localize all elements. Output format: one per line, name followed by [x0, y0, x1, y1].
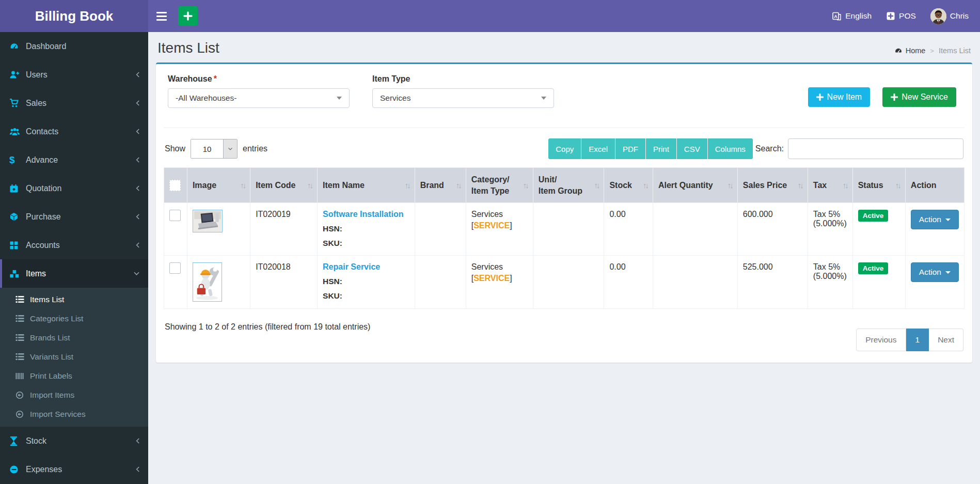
import-icon — [15, 391, 30, 399]
item-type-select[interactable]: Services — [372, 88, 554, 108]
copy-button[interactable]: Copy — [548, 138, 581, 159]
csv-button[interactable]: CSV — [677, 138, 708, 159]
chevron-left-icon — [135, 466, 140, 473]
item-image[interactable] — [193, 210, 223, 232]
sidebar-item-contacts[interactable]: Contacts — [0, 117, 148, 146]
sort-icon[interactable]: ↑↓ — [236, 181, 245, 190]
sidebar-toggle-button[interactable] — [148, 0, 175, 32]
sort-icon[interactable]: ↑↓ — [839, 181, 847, 190]
submenu-item-label: Brands List — [30, 333, 70, 342]
item-name-link[interactable]: Repair Service — [323, 262, 380, 271]
items-submenu: Items List Categories List Brands List V… — [0, 288, 148, 427]
column-header-tax[interactable]: Tax↑↓ — [808, 168, 852, 203]
warehouse-select-value: -All Warehouses- — [176, 93, 236, 103]
sort-icon[interactable]: ↑↓ — [794, 181, 802, 190]
sort-icon[interactable]: ↑↓ — [590, 181, 598, 190]
sort-icon[interactable]: ↑↓ — [303, 181, 312, 190]
avatar — [930, 8, 946, 24]
chevron-left-icon — [135, 438, 140, 444]
row-checkbox[interactable] — [169, 210, 181, 221]
sort-icon[interactable]: ↑↓ — [891, 181, 900, 190]
sidebar-item-accounts[interactable]: Accounts — [0, 231, 148, 259]
warehouse-label: Warehouse* — [168, 74, 350, 84]
submenu-item-import-items[interactable]: Import Items — [0, 385, 148, 404]
page-length-select[interactable]: 10 — [191, 139, 238, 159]
search-input[interactable] — [788, 138, 963, 159]
row-checkbox[interactable] — [169, 262, 181, 274]
breadcrumb-separator: > — [930, 47, 934, 55]
submenu-item-print-labels[interactable]: Print Labels — [0, 366, 148, 385]
sort-icon[interactable]: ↑↓ — [723, 181, 732, 190]
caret-down-icon — [541, 97, 546, 100]
columns-button[interactable]: Columns — [708, 138, 753, 159]
chevron-left-icon — [135, 128, 140, 135]
submenu-item-import-services[interactable]: Import Services — [0, 404, 148, 424]
dollar-icon: $ — [9, 155, 26, 165]
column-header-alert-quantity[interactable]: Alert Quantity↑↓ — [653, 168, 737, 203]
sidebar-item-sales[interactable]: Sales — [0, 89, 148, 117]
submenu-item-categories-list[interactable]: Categories List — [0, 309, 148, 328]
grid-icon — [9, 241, 26, 250]
sidebar-item-advance[interactable]: $ Advance — [0, 146, 148, 174]
column-header-category[interactable]: Category/Item Type↑↓ — [466, 168, 533, 203]
select-all-checkbox[interactable] — [169, 180, 181, 191]
breadcrumb-home[interactable]: Home — [894, 46, 926, 55]
sidebar-item-items[interactable]: Items — [0, 259, 148, 288]
print-button[interactable]: Print — [646, 138, 677, 159]
column-header-brand[interactable]: Brand↑↓ — [415, 168, 466, 203]
sidebar-item-users[interactable]: Users — [0, 60, 148, 89]
sidebar-item-label: Stock — [26, 436, 46, 446]
pdf-button[interactable]: PDF — [615, 138, 646, 159]
warehouse-select[interactable]: -All Warehouses- — [168, 88, 350, 108]
submenu-item-items-list[interactable]: Items List — [0, 290, 148, 309]
column-header-stock[interactable]: Stock↑↓ — [604, 168, 653, 203]
column-header-status[interactable]: Status↑↓ — [852, 168, 905, 203]
pos-button[interactable]: POS — [886, 11, 916, 21]
show-label: Show — [165, 144, 185, 153]
brand-cell — [415, 203, 466, 256]
page-number-button[interactable]: 1 — [906, 329, 929, 351]
column-header-unit[interactable]: Unit/Item Group↑↓ — [533, 168, 604, 203]
language-menu[interactable]: A English — [832, 11, 872, 21]
item-name-link[interactable]: Software Installation — [323, 210, 403, 218]
column-header-item-code[interactable]: Item Code↑↓ — [250, 168, 318, 203]
sidebar-item-label: Items — [26, 269, 46, 278]
sidebar-item-expenses[interactable]: Expenses — [0, 455, 148, 483]
column-header-sales-price[interactable]: Sales Price↑↓ — [737, 168, 808, 203]
column-header-item-name[interactable]: Item Name↑↓ — [318, 168, 415, 203]
chevron-left-icon — [135, 157, 140, 163]
sort-icon[interactable]: ↑↓ — [452, 181, 461, 190]
excel-button[interactable]: Excel — [581, 138, 615, 159]
quick-add-button[interactable] — [178, 6, 198, 26]
topbar: Billing Book A English POS — [0, 0, 980, 32]
sort-icon[interactable]: ↑↓ — [519, 181, 528, 190]
plus-icon — [183, 11, 193, 21]
user-menu[interactable]: Chris — [930, 8, 969, 24]
app-logo[interactable]: Billing Book — [0, 0, 148, 32]
submenu-item-variants-list[interactable]: Variants List — [0, 347, 148, 366]
submenu-item-brands-list[interactable]: Brands List — [0, 328, 148, 347]
column-header-image[interactable]: Image↑↓ — [187, 168, 250, 203]
sidebar-item-stock[interactable]: Stock — [0, 427, 148, 455]
new-item-button[interactable]: New Item — [808, 87, 871, 107]
previous-page-button[interactable]: Previous — [856, 329, 906, 351]
sidebar-item-purchase[interactable]: Purchase — [0, 202, 148, 231]
action-dropdown-button[interactable]: Action — [911, 262, 959, 282]
action-dropdown-button[interactable]: Action — [911, 210, 959, 229]
sidebar-item-dashboard[interactable]: Dashboard — [0, 32, 148, 60]
hamburger-icon — [156, 12, 167, 21]
caret-down-icon — [945, 218, 951, 221]
list-icon — [15, 295, 30, 303]
minus-circle-icon — [9, 465, 26, 474]
item-image[interactable] — [193, 262, 222, 302]
chevron-down-icon — [133, 271, 140, 276]
entries-label: entries — [243, 144, 267, 153]
calendar-plus-icon — [9, 184, 26, 193]
new-service-button[interactable]: New Service — [882, 87, 956, 107]
language-label: English — [845, 11, 872, 21]
sort-icon[interactable]: ↑↓ — [639, 181, 647, 190]
next-page-button[interactable]: Next — [929, 329, 963, 351]
sort-icon[interactable]: ↑↓ — [401, 181, 409, 190]
submenu-item-label: Items List — [30, 295, 64, 304]
sidebar-item-quotation[interactable]: Quotation — [0, 174, 148, 202]
